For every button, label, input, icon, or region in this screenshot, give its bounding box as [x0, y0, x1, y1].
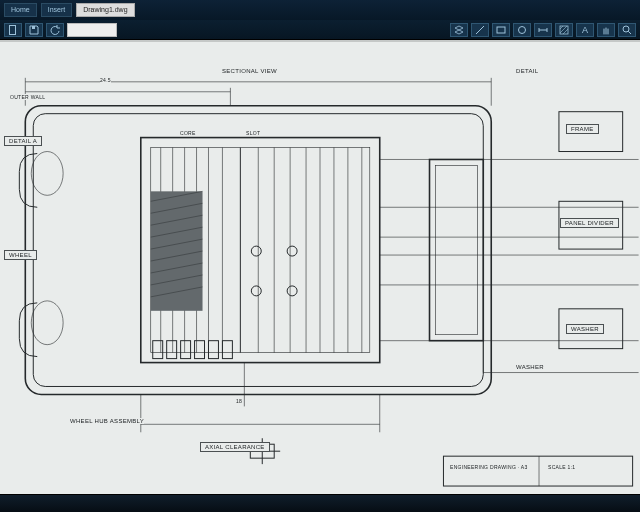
layers-button[interactable]: [450, 23, 468, 37]
svg-rect-56: [222, 341, 232, 359]
ribbon-tab-insert[interactable]: Insert: [41, 3, 73, 17]
label-wheel: WHEEL: [4, 250, 37, 260]
svg-rect-53: [181, 341, 191, 359]
svg-point-18: [31, 301, 63, 345]
title-block-text: ENGINEERING DRAWING · A3: [450, 464, 528, 470]
document-tab[interactable]: Drawing1.dwg: [76, 3, 134, 17]
circle-icon: [517, 21, 527, 39]
label-core: CORE: [180, 130, 196, 136]
undo-button[interactable]: [46, 23, 64, 37]
label-top-right: DETAIL: [516, 68, 538, 74]
status-bar: [0, 494, 640, 512]
save-icon: [29, 21, 39, 39]
save-button[interactable]: [25, 23, 43, 37]
svg-rect-0: [10, 25, 16, 34]
label-divider: PANEL DIVIDER: [560, 218, 619, 228]
dimension-icon: [538, 21, 548, 39]
svg-line-2: [476, 26, 484, 34]
label-scale: SCALE 1:1: [548, 464, 575, 470]
svg-line-10: [560, 26, 567, 33]
svg-point-13: [623, 26, 629, 32]
pan-tool-button[interactable]: [597, 23, 615, 37]
label-slot: SLOT: [246, 130, 260, 136]
ribbon-tab-home[interactable]: Home: [4, 3, 37, 17]
undo-icon: [50, 21, 60, 39]
app-window: Home Insert Drawing1.dwg: [0, 0, 640, 512]
zoom-tool-button[interactable]: [618, 23, 636, 37]
dim-a: 24.5: [100, 77, 111, 83]
svg-text:A: A: [582, 25, 588, 35]
svg-rect-1: [32, 26, 35, 29]
line-tool-button[interactable]: [471, 23, 489, 37]
rect-tool-button[interactable]: [492, 23, 510, 37]
svg-line-14: [628, 31, 631, 34]
toolbar: A: [0, 20, 640, 40]
svg-rect-3: [497, 27, 505, 33]
circle-tool-button[interactable]: [513, 23, 531, 37]
svg-rect-41: [151, 191, 203, 310]
svg-point-57: [251, 246, 261, 256]
new-file-button[interactable]: [4, 23, 22, 37]
svg-point-58: [287, 246, 297, 256]
svg-point-4: [519, 26, 526, 33]
svg-point-60: [287, 286, 297, 296]
engineering-drawing: [0, 42, 640, 494]
svg-point-59: [251, 286, 261, 296]
hatch-icon: [559, 21, 569, 39]
svg-rect-62: [435, 165, 477, 334]
label-detail-a: DETAIL A: [4, 136, 42, 146]
svg-rect-61: [430, 159, 484, 340]
dim-b: 18: [236, 398, 242, 404]
svg-rect-81: [443, 456, 632, 486]
label-frame: FRAME: [566, 124, 599, 134]
label-top-center: SECTIONAL VIEW: [222, 68, 277, 74]
label-right-sub: WASHER: [516, 364, 544, 370]
title-bar: Home Insert Drawing1.dwg: [0, 0, 640, 20]
svg-rect-54: [195, 341, 205, 359]
text-icon: A: [580, 21, 590, 39]
text-tool-button[interactable]: A: [576, 23, 594, 37]
hatch-tool-button[interactable]: [555, 23, 573, 37]
dimension-tool-button[interactable]: [534, 23, 552, 37]
label-bottom-left: WHEEL HUB ASSEMBLY: [70, 418, 144, 424]
svg-rect-55: [208, 341, 218, 359]
svg-rect-51: [153, 341, 163, 359]
label-washer: WASHER: [566, 324, 604, 334]
line-icon: [475, 21, 485, 39]
command-input[interactable]: [67, 23, 117, 37]
svg-point-17: [31, 152, 63, 196]
file-icon: [8, 21, 18, 39]
layers-icon: [454, 21, 464, 39]
drawing-canvas[interactable]: SECTIONAL VIEW DETAIL OUTER WALL DETAIL …: [0, 40, 640, 494]
svg-rect-52: [167, 341, 177, 359]
zoom-icon: [622, 21, 632, 39]
label-left-upper: OUTER WALL: [10, 94, 45, 100]
rect-icon: [496, 21, 506, 39]
label-bottom-mid: AXIAL CLEARANCE: [200, 442, 270, 452]
hand-icon: [601, 21, 611, 39]
svg-line-11: [563, 29, 568, 34]
svg-line-9: [560, 26, 563, 29]
